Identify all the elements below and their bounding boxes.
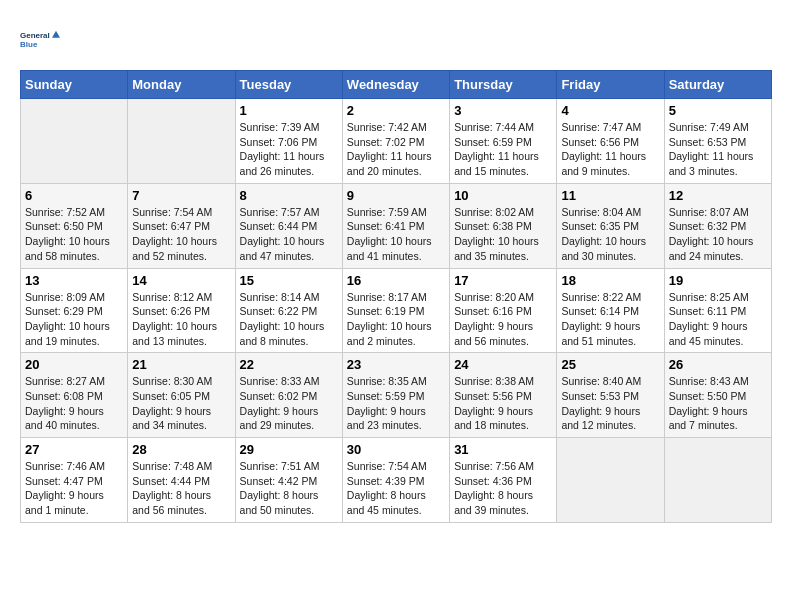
- day-number: 11: [561, 188, 659, 203]
- cell-info: Sunrise: 8:22 AM Sunset: 6:14 PM Dayligh…: [561, 290, 659, 349]
- cell-info: Sunrise: 8:25 AM Sunset: 6:11 PM Dayligh…: [669, 290, 767, 349]
- calendar-cell: 14Sunrise: 8:12 AM Sunset: 6:26 PM Dayli…: [128, 268, 235, 353]
- cell-info: Sunrise: 7:39 AM Sunset: 7:06 PM Dayligh…: [240, 120, 338, 179]
- cell-info: Sunrise: 8:04 AM Sunset: 6:35 PM Dayligh…: [561, 205, 659, 264]
- day-number: 10: [454, 188, 552, 203]
- calendar-cell: 29Sunrise: 7:51 AM Sunset: 4:42 PM Dayli…: [235, 438, 342, 523]
- cell-info: Sunrise: 7:49 AM Sunset: 6:53 PM Dayligh…: [669, 120, 767, 179]
- column-header-sunday: Sunday: [21, 71, 128, 99]
- logo-svg: General Blue: [20, 20, 60, 60]
- cell-info: Sunrise: 7:42 AM Sunset: 7:02 PM Dayligh…: [347, 120, 445, 179]
- cell-info: Sunrise: 8:27 AM Sunset: 6:08 PM Dayligh…: [25, 374, 123, 433]
- cell-info: Sunrise: 7:44 AM Sunset: 6:59 PM Dayligh…: [454, 120, 552, 179]
- day-number: 21: [132, 357, 230, 372]
- cell-info: Sunrise: 7:57 AM Sunset: 6:44 PM Dayligh…: [240, 205, 338, 264]
- calendar-cell: 17Sunrise: 8:20 AM Sunset: 6:16 PM Dayli…: [450, 268, 557, 353]
- day-number: 29: [240, 442, 338, 457]
- calendar-cell: 19Sunrise: 8:25 AM Sunset: 6:11 PM Dayli…: [664, 268, 771, 353]
- cell-info: Sunrise: 8:30 AM Sunset: 6:05 PM Dayligh…: [132, 374, 230, 433]
- column-header-friday: Friday: [557, 71, 664, 99]
- day-number: 22: [240, 357, 338, 372]
- day-number: 1: [240, 103, 338, 118]
- cell-info: Sunrise: 7:47 AM Sunset: 6:56 PM Dayligh…: [561, 120, 659, 179]
- calendar-cell: [664, 438, 771, 523]
- calendar-header-row: SundayMondayTuesdayWednesdayThursdayFrid…: [21, 71, 772, 99]
- day-number: 4: [561, 103, 659, 118]
- day-number: 26: [669, 357, 767, 372]
- calendar-cell: 12Sunrise: 8:07 AM Sunset: 6:32 PM Dayli…: [664, 183, 771, 268]
- page-header: General Blue: [20, 20, 772, 60]
- calendar-cell: 11Sunrise: 8:04 AM Sunset: 6:35 PM Dayli…: [557, 183, 664, 268]
- calendar-cell: 10Sunrise: 8:02 AM Sunset: 6:38 PM Dayli…: [450, 183, 557, 268]
- cell-info: Sunrise: 8:12 AM Sunset: 6:26 PM Dayligh…: [132, 290, 230, 349]
- calendar-cell: 9Sunrise: 7:59 AM Sunset: 6:41 PM Daylig…: [342, 183, 449, 268]
- cell-info: Sunrise: 7:52 AM Sunset: 6:50 PM Dayligh…: [25, 205, 123, 264]
- calendar-cell: 26Sunrise: 8:43 AM Sunset: 5:50 PM Dayli…: [664, 353, 771, 438]
- calendar-cell: 30Sunrise: 7:54 AM Sunset: 4:39 PM Dayli…: [342, 438, 449, 523]
- day-number: 12: [669, 188, 767, 203]
- calendar-cell: [557, 438, 664, 523]
- day-number: 28: [132, 442, 230, 457]
- calendar-cell: 28Sunrise: 7:48 AM Sunset: 4:44 PM Dayli…: [128, 438, 235, 523]
- svg-text:General: General: [20, 31, 50, 40]
- cell-info: Sunrise: 7:51 AM Sunset: 4:42 PM Dayligh…: [240, 459, 338, 518]
- cell-info: Sunrise: 8:07 AM Sunset: 6:32 PM Dayligh…: [669, 205, 767, 264]
- column-header-thursday: Thursday: [450, 71, 557, 99]
- day-number: 24: [454, 357, 552, 372]
- day-number: 14: [132, 273, 230, 288]
- day-number: 13: [25, 273, 123, 288]
- calendar-week-2: 6Sunrise: 7:52 AM Sunset: 6:50 PM Daylig…: [21, 183, 772, 268]
- cell-info: Sunrise: 8:17 AM Sunset: 6:19 PM Dayligh…: [347, 290, 445, 349]
- calendar-cell: 7Sunrise: 7:54 AM Sunset: 6:47 PM Daylig…: [128, 183, 235, 268]
- calendar-cell: 5Sunrise: 7:49 AM Sunset: 6:53 PM Daylig…: [664, 99, 771, 184]
- cell-info: Sunrise: 7:56 AM Sunset: 4:36 PM Dayligh…: [454, 459, 552, 518]
- cell-info: Sunrise: 7:48 AM Sunset: 4:44 PM Dayligh…: [132, 459, 230, 518]
- calendar-cell: 8Sunrise: 7:57 AM Sunset: 6:44 PM Daylig…: [235, 183, 342, 268]
- svg-text:Blue: Blue: [20, 40, 38, 49]
- cell-info: Sunrise: 8:43 AM Sunset: 5:50 PM Dayligh…: [669, 374, 767, 433]
- day-number: 23: [347, 357, 445, 372]
- svg-marker-2: [52, 31, 60, 38]
- calendar-week-4: 20Sunrise: 8:27 AM Sunset: 6:08 PM Dayli…: [21, 353, 772, 438]
- cell-info: Sunrise: 8:20 AM Sunset: 6:16 PM Dayligh…: [454, 290, 552, 349]
- cell-info: Sunrise: 7:59 AM Sunset: 6:41 PM Dayligh…: [347, 205, 445, 264]
- calendar-week-5: 27Sunrise: 7:46 AM Sunset: 4:47 PM Dayli…: [21, 438, 772, 523]
- day-number: 25: [561, 357, 659, 372]
- day-number: 5: [669, 103, 767, 118]
- day-number: 3: [454, 103, 552, 118]
- day-number: 20: [25, 357, 123, 372]
- cell-info: Sunrise: 8:14 AM Sunset: 6:22 PM Dayligh…: [240, 290, 338, 349]
- calendar-cell: 18Sunrise: 8:22 AM Sunset: 6:14 PM Dayli…: [557, 268, 664, 353]
- day-number: 16: [347, 273, 445, 288]
- calendar-cell: 23Sunrise: 8:35 AM Sunset: 5:59 PM Dayli…: [342, 353, 449, 438]
- cell-info: Sunrise: 8:09 AM Sunset: 6:29 PM Dayligh…: [25, 290, 123, 349]
- calendar-cell: 13Sunrise: 8:09 AM Sunset: 6:29 PM Dayli…: [21, 268, 128, 353]
- calendar-week-1: 1Sunrise: 7:39 AM Sunset: 7:06 PM Daylig…: [21, 99, 772, 184]
- calendar-cell: 22Sunrise: 8:33 AM Sunset: 6:02 PM Dayli…: [235, 353, 342, 438]
- cell-info: Sunrise: 8:33 AM Sunset: 6:02 PM Dayligh…: [240, 374, 338, 433]
- column-header-monday: Monday: [128, 71, 235, 99]
- day-number: 19: [669, 273, 767, 288]
- logo: General Blue: [20, 20, 60, 60]
- calendar-cell: 20Sunrise: 8:27 AM Sunset: 6:08 PM Dayli…: [21, 353, 128, 438]
- calendar-cell: [21, 99, 128, 184]
- calendar-cell: 16Sunrise: 8:17 AM Sunset: 6:19 PM Dayli…: [342, 268, 449, 353]
- day-number: 6: [25, 188, 123, 203]
- day-number: 30: [347, 442, 445, 457]
- column-header-wednesday: Wednesday: [342, 71, 449, 99]
- calendar-cell: 2Sunrise: 7:42 AM Sunset: 7:02 PM Daylig…: [342, 99, 449, 184]
- day-number: 18: [561, 273, 659, 288]
- column-header-saturday: Saturday: [664, 71, 771, 99]
- day-number: 9: [347, 188, 445, 203]
- cell-info: Sunrise: 7:54 AM Sunset: 4:39 PM Dayligh…: [347, 459, 445, 518]
- day-number: 7: [132, 188, 230, 203]
- cell-info: Sunrise: 8:02 AM Sunset: 6:38 PM Dayligh…: [454, 205, 552, 264]
- cell-info: Sunrise: 8:38 AM Sunset: 5:56 PM Dayligh…: [454, 374, 552, 433]
- calendar-cell: 31Sunrise: 7:56 AM Sunset: 4:36 PM Dayli…: [450, 438, 557, 523]
- cell-info: Sunrise: 8:35 AM Sunset: 5:59 PM Dayligh…: [347, 374, 445, 433]
- calendar-cell: 25Sunrise: 8:40 AM Sunset: 5:53 PM Dayli…: [557, 353, 664, 438]
- calendar-cell: [128, 99, 235, 184]
- calendar-cell: 27Sunrise: 7:46 AM Sunset: 4:47 PM Dayli…: [21, 438, 128, 523]
- day-number: 17: [454, 273, 552, 288]
- day-number: 27: [25, 442, 123, 457]
